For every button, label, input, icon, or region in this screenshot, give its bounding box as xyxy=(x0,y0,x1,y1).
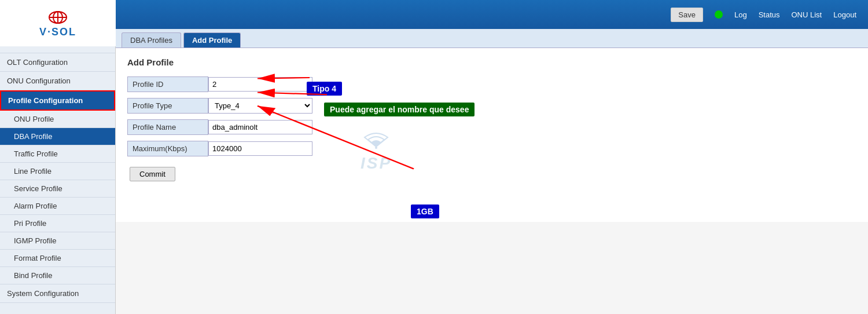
commit-button[interactable]: Commit xyxy=(130,167,175,181)
annotation-nombre: Puede agregar el nombre que desee xyxy=(324,103,475,116)
sidebar-item-dba-profile[interactable]: DBA Profile xyxy=(0,128,115,145)
status-link[interactable]: Status xyxy=(759,10,780,19)
save-button[interactable]: Save xyxy=(671,8,703,22)
form-row-maximum-kbps: Maximum(Kbps) xyxy=(127,141,856,156)
sidebar-item-profile-configuration[interactable]: Profile Configuration xyxy=(0,90,115,111)
form-row-profile-id: Profile ID xyxy=(127,76,856,92)
annotation-1gb: 1GB xyxy=(411,205,439,218)
profile-name-label: Profile Name xyxy=(127,119,208,135)
profile-type-select[interactable]: Type_1 Type_2 Type_3 Type_4 Type_5 xyxy=(208,98,312,114)
isp-watermark: ISP xyxy=(359,129,393,173)
sidebar-item-format-profile[interactable]: Format Profile xyxy=(0,250,115,267)
maximum-kbps-input[interactable] xyxy=(208,141,312,156)
sidebar-item-traffic-profile[interactable]: Traffic Profile xyxy=(0,145,115,163)
status-indicator xyxy=(715,10,723,19)
sidebar-item-alarm-profile[interactable]: Alarm Profile xyxy=(0,198,115,215)
sidebar-item-olt-configuration[interactable]: OLT Configuration xyxy=(0,53,115,72)
form-row-profile-name: Profile Name xyxy=(127,119,856,135)
isp-text: ISP xyxy=(359,154,393,173)
tab-bar: DBA Profiles Add Profile xyxy=(116,29,868,48)
log-link[interactable]: Log xyxy=(734,10,747,19)
annotation-tipo4: Tipo 4 xyxy=(307,82,342,96)
form-row-profile-type: Profile Type Type_1 Type_2 Type_3 Type_4… xyxy=(127,98,856,114)
profile-name-input[interactable] xyxy=(208,120,312,134)
logout-link[interactable]: Logout xyxy=(833,10,856,19)
sidebar: OLT Information OLT Configuration ONU Co… xyxy=(0,29,116,314)
content-area: Add Profile Profile ID Profile Type Type… xyxy=(116,48,868,222)
main-content: DBA Profiles Add Profile Add Profile Pro… xyxy=(116,29,868,314)
logo-text: V·SOL xyxy=(39,26,76,38)
sidebar-item-bind-profile[interactable]: Bind Profile xyxy=(0,267,115,284)
sidebar-item-onu-profile[interactable]: ONU Profile xyxy=(0,111,115,128)
maximum-kbps-label: Maximum(Kbps) xyxy=(127,141,208,156)
svg-point-4 xyxy=(375,147,377,149)
wifi-icon xyxy=(359,129,393,152)
onu-list-link[interactable]: ONU List xyxy=(792,10,822,19)
page-title: Add Profile xyxy=(127,57,856,67)
profile-type-label: Profile Type xyxy=(127,98,208,114)
vsol-logo: V·SOL xyxy=(39,9,76,38)
sidebar-item-pri-profile[interactable]: Pri Profile xyxy=(0,215,115,232)
tab-dba-profiles[interactable]: DBA Profiles xyxy=(122,32,181,48)
vsol-icon xyxy=(46,9,69,26)
profile-id-label: Profile ID xyxy=(127,76,208,92)
layout: OLT Information OLT Configuration ONU Co… xyxy=(0,29,868,314)
header: V·SOL Save Log Status ONU List Logout xyxy=(0,0,868,29)
sidebar-item-onu-configuration[interactable]: ONU Configuration xyxy=(0,72,115,90)
arrow-overlay xyxy=(116,48,868,222)
profile-id-input[interactable] xyxy=(208,77,312,92)
tab-add-profile[interactable]: Add Profile xyxy=(183,32,241,48)
sidebar-item-line-profile[interactable]: Line Profile xyxy=(0,163,115,180)
sidebar-item-service-profile[interactable]: Service Profile xyxy=(0,180,115,198)
sidebar-item-system-configuration[interactable]: System Configuration xyxy=(0,284,115,303)
sidebar-item-igmp-profile[interactable]: IGMP Profile xyxy=(0,232,115,250)
logo-area: V·SOL xyxy=(0,0,116,46)
header-right: Save Log Status ONU List Logout xyxy=(671,8,856,22)
